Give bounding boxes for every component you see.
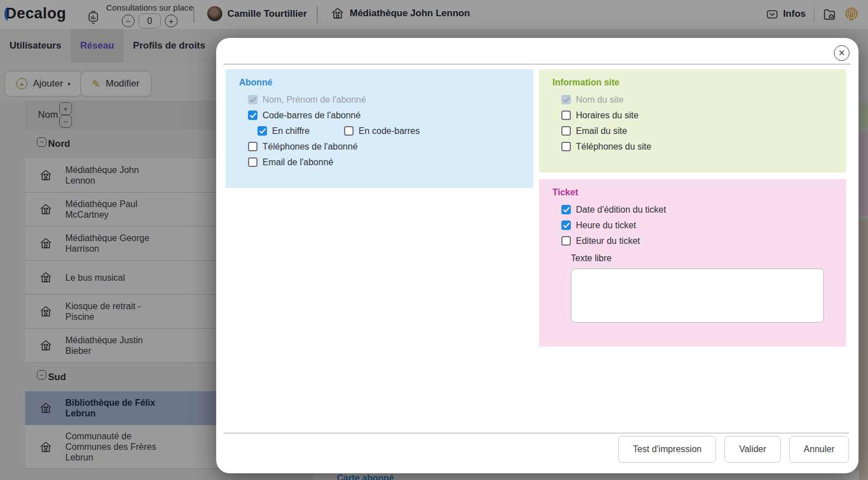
checkbox-box[interactable] bbox=[257, 126, 267, 136]
checkbox-en-code-barres[interactable]: En code-barres bbox=[344, 126, 419, 136]
checkbox-box[interactable] bbox=[344, 126, 354, 136]
checkbox-date-edition-ticket[interactable]: Date d'édition du ticket bbox=[561, 205, 846, 214]
checkbox-heure-du-ticket[interactable]: Heure du ticket bbox=[561, 220, 846, 230]
checkbox-horaires-du-site[interactable]: Horaires du site bbox=[561, 111, 846, 120]
checkbox-email-abonne[interactable]: Email de l'abonné bbox=[248, 157, 533, 167]
test-impression-button[interactable]: Test d'impression bbox=[618, 436, 716, 463]
texte-libre-label: Texte libre bbox=[571, 253, 846, 263]
checkbox-en-chiffre[interactable]: En chiffre bbox=[257, 126, 344, 136]
checkbox-box[interactable] bbox=[561, 142, 571, 151]
section-abonne: Abonné Nom, Prénom de l'abonné Code-barr… bbox=[226, 69, 533, 188]
checkbox-box[interactable] bbox=[248, 111, 257, 120]
checkbox-telephones-du-site[interactable]: Téléphones du site bbox=[561, 142, 846, 151]
valider-button[interactable]: Valider bbox=[724, 436, 781, 463]
section-title: Abonné bbox=[226, 69, 533, 88]
checkbox-box[interactable] bbox=[561, 111, 571, 120]
close-icon[interactable]: ✕ bbox=[834, 45, 850, 61]
checkbox-editeur-du-ticket[interactable]: Editeur du ticket bbox=[561, 236, 846, 246]
section-title: Information site bbox=[539, 69, 846, 88]
checkbox-box bbox=[561, 95, 571, 104]
section-title: Ticket bbox=[539, 179, 846, 198]
checkbox-email-du-site[interactable]: Email du site bbox=[561, 126, 846, 136]
section-ticket: Ticket Date d'édition du ticket Heure du… bbox=[539, 179, 846, 347]
checkbox-box[interactable] bbox=[561, 220, 571, 230]
checkbox-box bbox=[248, 95, 257, 104]
modal-footer-buttons: Test d'impression Valider Annuler bbox=[618, 436, 849, 463]
checkbox-box[interactable] bbox=[561, 205, 571, 214]
checkbox-telephones-abonne[interactable]: Téléphones de l'abonné bbox=[248, 142, 533, 151]
checkbox-box[interactable] bbox=[248, 142, 257, 151]
checkbox-box[interactable] bbox=[248, 157, 257, 167]
modal-footer-divider bbox=[223, 433, 849, 434]
checkbox-code-barres-abonne[interactable]: Code-barres de l'abonné bbox=[248, 111, 533, 120]
texte-libre-input[interactable] bbox=[571, 268, 824, 323]
modal-header-divider bbox=[223, 64, 851, 65]
checkbox-nom-du-site: Nom du site bbox=[561, 95, 846, 104]
section-information-site: Information site Nom du site Horaires du… bbox=[539, 69, 846, 172]
checkbox-box[interactable] bbox=[561, 126, 571, 136]
checkbox-box[interactable] bbox=[561, 236, 571, 246]
annuler-button[interactable]: Annuler bbox=[789, 436, 849, 463]
checkbox-nom-prenom-abonne: Nom, Prénom de l'abonné bbox=[248, 95, 533, 104]
ticket-print-settings-dialog: ✕ Abonné Nom, Prénom de l'abonné Code-ba… bbox=[216, 38, 859, 473]
